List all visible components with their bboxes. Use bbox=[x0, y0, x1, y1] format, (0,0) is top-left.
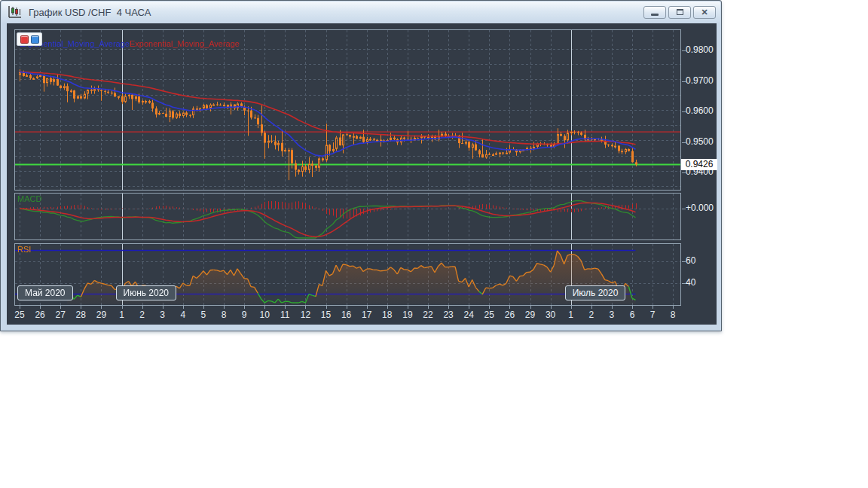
date-label: 3 bbox=[604, 310, 620, 320]
minimize-icon bbox=[651, 14, 659, 16]
price-chart-canvas[interactable] bbox=[15, 30, 680, 190]
date-axis-tick bbox=[387, 306, 388, 309]
indicator-swatches bbox=[17, 32, 42, 46]
titlebar[interactable]: График USD /CHF 4 ЧАСА ✕ bbox=[2, 2, 720, 23]
date-label: 25 bbox=[11, 310, 28, 320]
date-label: 29 bbox=[522, 310, 539, 320]
date-axis-tick bbox=[489, 306, 490, 309]
date-axis-tick bbox=[347, 306, 347, 309]
macd-label: MACD bbox=[17, 194, 41, 203]
date-axis-tick bbox=[163, 306, 164, 309]
date-axis-tick bbox=[551, 306, 552, 309]
date-axis-tick bbox=[285, 306, 286, 309]
minimize-button[interactable] bbox=[643, 6, 666, 19]
price-axis-label: 0.9500 bbox=[686, 136, 714, 147]
price-axis-tick bbox=[682, 142, 686, 143]
candlestick-chart-icon bbox=[8, 5, 23, 19]
rsi-label: RSI bbox=[17, 245, 31, 254]
date-label: 1 bbox=[114, 310, 130, 320]
date-label: 28 bbox=[72, 310, 89, 320]
date-label: 18 bbox=[379, 310, 396, 320]
date-label: 5 bbox=[195, 310, 212, 320]
price-axis-tick bbox=[682, 81, 686, 82]
rsi-axis-label: 60 bbox=[686, 255, 695, 266]
macd-axis-tick bbox=[682, 209, 686, 209]
date-label: 2 bbox=[134, 310, 151, 320]
price-axis-label: 0.9800 bbox=[686, 44, 714, 55]
date-axis-tick bbox=[60, 306, 61, 309]
price-axis-tick bbox=[682, 111, 686, 112]
window-title: График USD /CHF 4 ЧАСА bbox=[29, 7, 641, 18]
date-label: 11 bbox=[277, 310, 293, 320]
date-axis-tick bbox=[469, 306, 469, 309]
date-label: 10 bbox=[256, 310, 273, 320]
current-price-tag: 0.9426 bbox=[681, 159, 717, 170]
close-button[interactable]: ✕ bbox=[693, 6, 716, 19]
month-tag: Май 2020 bbox=[17, 285, 73, 300]
price-pane: Exponential_Moving_Average Exponential_M… bbox=[14, 29, 681, 191]
price-axis-label: 0.9700 bbox=[686, 75, 714, 86]
date-label: 22 bbox=[420, 310, 436, 320]
date-axis-tick bbox=[571, 306, 572, 309]
chart-window: График USD /CHF 4 ЧАСА ✕ Exponential_Mov… bbox=[0, 0, 722, 331]
date-axis-tick bbox=[203, 306, 204, 309]
date-axis-tick bbox=[448, 306, 449, 309]
date-axis-tick bbox=[305, 306, 306, 309]
date-label: 26 bbox=[32, 310, 48, 320]
maximize-button[interactable] bbox=[668, 6, 691, 19]
date-label: 2 bbox=[583, 310, 600, 320]
date-axis-tick bbox=[326, 306, 327, 309]
month-tag: Июль 2020 bbox=[565, 285, 626, 300]
date-axis-tick bbox=[81, 306, 81, 309]
price-axis-tick bbox=[682, 50, 686, 51]
date-label: 6 bbox=[624, 310, 640, 320]
date-axis-tick bbox=[653, 306, 653, 309]
date-label: 26 bbox=[501, 310, 518, 320]
date-label: 12 bbox=[297, 310, 313, 320]
chart-body: Exponential_Moving_Average Exponential_M… bbox=[7, 23, 717, 325]
date-label: 4 bbox=[175, 310, 191, 320]
macd-pane: MACD bbox=[14, 193, 681, 240]
date-axis-tick bbox=[101, 306, 102, 309]
date-axis-tick bbox=[367, 306, 368, 309]
date-axis-tick bbox=[591, 306, 592, 309]
date-label: 16 bbox=[338, 310, 355, 320]
date-label: 30 bbox=[542, 310, 559, 320]
date-label: 8 bbox=[665, 310, 681, 320]
date-axis-tick bbox=[408, 306, 408, 309]
date-axis-tick bbox=[224, 306, 225, 309]
date-label: 23 bbox=[440, 310, 457, 320]
date-axis-tick bbox=[673, 306, 674, 309]
rsi-axis-tick bbox=[682, 261, 686, 262]
date-label: 27 bbox=[52, 310, 69, 320]
blue-swatch-button[interactable] bbox=[31, 35, 39, 44]
date-label: 3 bbox=[154, 310, 171, 320]
date-label: 7 bbox=[644, 310, 661, 320]
date-axis-tick bbox=[122, 306, 123, 309]
macd-canvas[interactable] bbox=[15, 194, 680, 239]
maximize-icon bbox=[677, 9, 683, 15]
date-label: 17 bbox=[359, 310, 375, 320]
date-label: 25 bbox=[481, 310, 497, 320]
date-label: 19 bbox=[399, 310, 416, 320]
price-axis-label: 0.9600 bbox=[686, 105, 714, 116]
date-axis-tick bbox=[142, 306, 143, 309]
date-label: 9 bbox=[236, 310, 252, 320]
ema-red-label: Exponential_Moving_Average bbox=[130, 39, 240, 48]
date-axis-tick bbox=[612, 306, 613, 309]
macd-axis-label: +0.000 bbox=[686, 203, 714, 213]
rsi-axis-tick bbox=[682, 283, 686, 284]
date-axis-tick bbox=[509, 306, 510, 309]
rsi-axis-label: 40 bbox=[686, 277, 695, 288]
date-axis-tick bbox=[264, 306, 265, 309]
date-axis-tick bbox=[40, 306, 41, 309]
date-axis-tick bbox=[632, 306, 633, 309]
date-axis-tick bbox=[530, 306, 531, 309]
month-tag: Июнь 2020 bbox=[116, 285, 177, 300]
date-label: 8 bbox=[215, 310, 232, 320]
page: График USD /CHF 4 ЧАСА ✕ Exponential_Mov… bbox=[0, 0, 868, 488]
date-label: 29 bbox=[93, 310, 109, 320]
red-swatch-button[interactable] bbox=[20, 35, 29, 44]
date-axis-tick bbox=[428, 306, 429, 309]
date-label: 15 bbox=[318, 310, 335, 320]
